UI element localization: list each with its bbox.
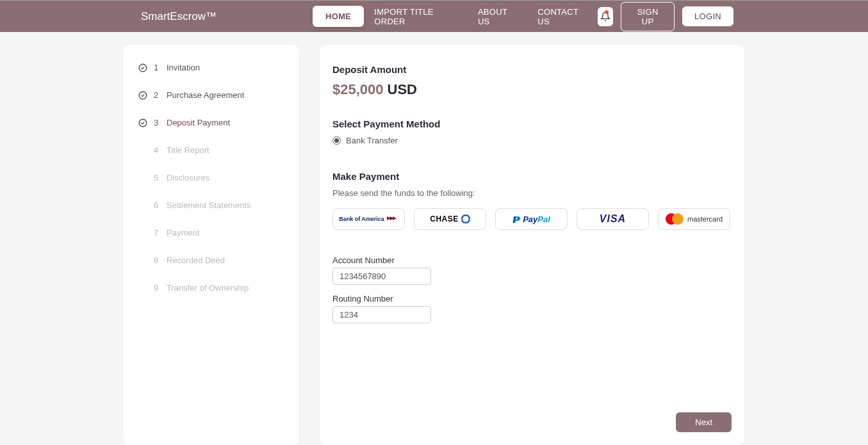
routing-number-label: Routing Number (332, 294, 732, 303)
make-payment-title: Make Payment (332, 171, 732, 182)
header-actions: SIGN UP LOGIN (598, 2, 733, 31)
select-payment-method-title: Select Payment Method (332, 118, 732, 129)
next-button[interactable]: Next (676, 412, 732, 432)
account-number-input[interactable] (332, 268, 431, 285)
step-label: Transfer of Ownership (167, 283, 249, 293)
step-label: Deposit Payment (167, 118, 230, 127)
step-label: Disclosures (167, 173, 209, 182)
nav-import-title-order[interactable]: IMPORT TITLE ORDER (364, 2, 468, 31)
step-label: Settlement Statements (167, 200, 251, 210)
mastercard-text: mastercard (687, 215, 723, 223)
paypal-p2-icon: P (514, 214, 520, 225)
step-number: 3 (154, 118, 160, 127)
radio-label: Bank Transfer (346, 136, 398, 145)
step-deposit-payment[interactable]: 3 Deposit Payment (138, 118, 284, 127)
step-recorded-deed[interactable]: 8 Recorded Deed (138, 255, 284, 265)
mastercard-circles-icon (666, 213, 684, 225)
bank-transfer-radio[interactable]: Bank Transfer (332, 136, 732, 145)
account-number-label: Account Number (332, 255, 732, 265)
nav-contact-us[interactable]: CONTACT US (527, 2, 597, 31)
svg-point-1 (139, 92, 147, 99)
step-purchase-agreement[interactable]: 2 Purchase Agreement (138, 90, 284, 100)
step-label: Recorded Deed (167, 255, 225, 265)
step-settlement-statements[interactable]: 6 Settlement Statements (138, 200, 284, 210)
main-panel: Deposit Amount $25,000 USD Select Paymen… (320, 45, 744, 445)
amount-value: $25,000 (332, 81, 384, 98)
step-label: Invitation (167, 63, 200, 72)
step-label: Title Report (167, 145, 209, 155)
step-number: 4 (154, 145, 160, 155)
svg-point-2 (139, 119, 147, 127)
step-number: 6 (154, 200, 160, 210)
step-number: 8 (154, 255, 160, 265)
logo[interactable]: SmartEscrow™ (141, 10, 217, 23)
step-invitation[interactable]: 1 Invitation (138, 63, 284, 72)
paypal-pal-text: Pal (537, 214, 550, 224)
nav-about-us[interactable]: ABOUT US (468, 2, 527, 31)
paypal-pay-text: Pay (523, 214, 537, 224)
nav-home[interactable]: HOME (313, 6, 364, 27)
payment-paypal[interactable]: P P PayPal (495, 208, 568, 230)
payment-chase[interactable]: CHASE (414, 208, 486, 230)
routing-number-input[interactable] (332, 306, 431, 323)
deposit-amount-title: Deposit Amount (332, 64, 732, 75)
check-circle-icon (138, 118, 147, 127)
boa-logo-text: Bank of America (339, 216, 384, 222)
payment-instructions: Please send the funds to the following: (332, 188, 732, 198)
step-title-report[interactable]: 4 Title Report (138, 145, 284, 155)
step-transfer-ownership[interactable]: 9 Transfer of Ownership (138, 283, 284, 293)
visa-logo-text: VISA (600, 213, 626, 225)
notification-button[interactable] (598, 7, 614, 26)
chase-octagon-icon (461, 214, 470, 223)
payment-methods-row: Bank of America CHASE P P PayPal (332, 208, 732, 230)
notification-dot-icon (605, 10, 609, 14)
step-disclosures[interactable]: 5 Disclosures (138, 173, 284, 182)
chase-logo-text: CHASE (430, 214, 459, 223)
amount-display: $25,000 USD (332, 81, 732, 98)
step-payment[interactable]: 7 Payment (138, 228, 284, 238)
step-label: Purchase Agreement (167, 90, 244, 100)
signup-button[interactable]: SIGN UP (621, 2, 675, 31)
main-nav: HOME IMPORT TITLE ORDER ABOUT US CONTACT… (313, 2, 597, 31)
step-number: 1 (154, 63, 160, 72)
steps-sidebar: 1 Invitation 2 Purchase Agreement 3 Depo… (123, 45, 299, 445)
check-circle-icon (138, 63, 147, 72)
radio-icon (332, 136, 341, 145)
payment-visa[interactable]: VISA (577, 208, 649, 230)
step-label: Payment (167, 228, 199, 238)
check-circle-icon (138, 91, 147, 100)
step-number: 7 (154, 228, 160, 238)
boa-flag-icon (387, 216, 398, 222)
svg-marker-3 (462, 215, 469, 222)
step-number: 2 (154, 90, 160, 100)
payment-boa[interactable]: Bank of America (332, 208, 405, 230)
svg-point-0 (139, 64, 147, 72)
payment-mastercard[interactable]: mastercard (658, 208, 730, 230)
login-button[interactable]: LOGIN (682, 6, 733, 26)
header: SmartEscrow™ HOME IMPORT TITLE ORDER ABO… (0, 1, 868, 32)
step-number: 9 (154, 283, 160, 293)
step-number: 5 (154, 173, 160, 182)
amount-currency: USD (388, 81, 417, 98)
